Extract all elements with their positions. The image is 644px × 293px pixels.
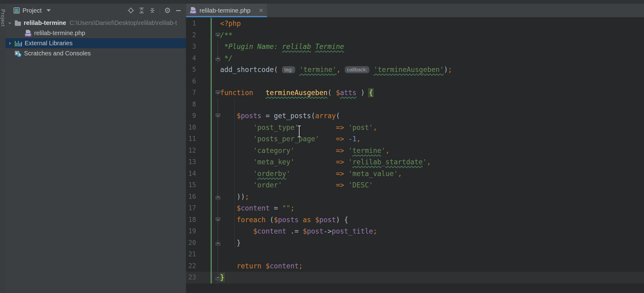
line-number[interactable]: 20: [186, 237, 196, 249]
code-text: 'category' => 'termine',: [220, 145, 389, 157]
line-number[interactable]: 3: [186, 41, 196, 53]
code-line[interactable]: 19 $content .= $post->post_title;: [186, 226, 644, 237]
line-number[interactable]: 16: [186, 191, 196, 203]
code-line[interactable]: 13 'meta_key' => 'relilab_startdate',: [186, 156, 644, 168]
mouse-cursor-ibeam-icon: [296, 125, 302, 139]
tree-item-ext-libs[interactable]: External Libraries: [6, 38, 186, 48]
code-line[interactable]: 11 'posts_per_page' => -1,: [186, 133, 644, 145]
code-text: return $content;: [220, 260, 303, 272]
code-line[interactable]: 17 $content = "";: [186, 203, 644, 214]
line-number[interactable]: 18: [186, 214, 196, 226]
fold-marker-start-icon[interactable]: [216, 114, 220, 118]
code-text: 'order' => 'DESC': [220, 179, 373, 191]
tool-stripe-project-button[interactable]: Project: [0, 9, 6, 43]
code-line[interactable]: 8: [186, 99, 644, 110]
code-line[interactable]: 15 'order' => 'DESC': [186, 179, 644, 191]
tree-item-label: relilab-termine.php: [34, 30, 85, 37]
line-number[interactable]: 2: [186, 30, 196, 41]
chevron-down-icon[interactable]: [8, 21, 12, 25]
code-line[interactable]: 2/**: [186, 30, 644, 41]
code-line[interactable]: 14 'orderby' => 'meta_value',: [186, 168, 644, 180]
fold-marker-end-icon[interactable]: [216, 195, 220, 199]
code-line[interactable]: 9 $posts = get_posts(array(: [186, 110, 644, 122]
code-line[interactable]: 10 'post_type' => 'post',: [186, 122, 644, 134]
chevron-down-icon[interactable]: [46, 9, 51, 12]
code-text: $content .= $post->post_title;: [220, 226, 377, 237]
library-icon: [15, 40, 22, 46]
fold-marker-start-icon[interactable]: [216, 33, 220, 38]
tree-item-file[interactable]: PHPrelilab-termine.php: [6, 28, 186, 38]
code-editor[interactable]: 1<?php2/**3 *Plugin Name: relilab Termin…: [186, 17, 644, 293]
fold-marker-end-icon[interactable]: [216, 275, 220, 280]
line-number[interactable]: 4: [186, 53, 196, 64]
code-line[interactable]: 22 return $content;: [186, 260, 644, 272]
toolbar-separator: [160, 7, 160, 14]
hide-panel-icon[interactable]: [175, 7, 182, 14]
line-number[interactable]: 15: [186, 179, 196, 191]
line-number[interactable]: 13: [186, 156, 196, 168]
editor-tab-bar: PHP relilab-termine.php ×: [186, 4, 644, 17]
tool-window-stripe: Project: [0, 4, 6, 293]
code-line[interactable]: 18 foreach ($posts as $post) {: [186, 214, 644, 226]
tree-item-root[interactable]: relilab-termineC:\Users\Daniel\Desktop\r…: [6, 18, 186, 28]
tree-item-label: External Libraries: [25, 40, 73, 47]
code-text: }: [220, 237, 241, 249]
project-panel-title[interactable]: Project: [22, 7, 42, 14]
expand-all-icon[interactable]: [138, 7, 145, 14]
gear-icon[interactable]: ⚙: [164, 7, 171, 14]
fold-marker-end-icon[interactable]: [216, 56, 220, 61]
ide-window: Project Project: [0, 0, 644, 293]
code-line[interactable]: 5add_shortcode( tag: 'termine', callback…: [186, 64, 644, 76]
fold-marker-start-icon[interactable]: [216, 218, 220, 223]
code-line[interactable]: 12 'category' => 'termine',: [186, 145, 644, 157]
code-text: function termineAusgeben( $atts ) {: [220, 87, 373, 99]
code-line[interactable]: 23}: [186, 272, 644, 283]
code-text: $posts = get_posts(array(: [220, 110, 340, 122]
chevron-right-icon[interactable]: [8, 41, 12, 46]
fold-marker-start-icon[interactable]: [216, 90, 220, 95]
code-line[interactable]: 6: [186, 76, 644, 87]
tab-label: relilab-termine.php: [199, 7, 251, 14]
tab-relilab-termine-php[interactable]: PHP relilab-termine.php ×: [186, 4, 267, 17]
code-line[interactable]: 4 */: [186, 53, 644, 64]
code-line[interactable]: 16 ));: [186, 191, 644, 203]
locate-file-icon[interactable]: [127, 7, 134, 14]
code-text: 'orderby' => 'meta_value',: [220, 168, 402, 180]
project-panel-toolbar: ⚙: [127, 7, 182, 14]
tree-item-scratches[interactable]: Scratches and Consoles: [6, 48, 186, 58]
code-line[interactable]: 3 *Plugin Name: relilab Termine: [186, 41, 644, 53]
line-number[interactable]: 1: [186, 18, 196, 30]
line-number[interactable]: 14: [186, 168, 196, 180]
code-line[interactable]: 1<?php: [186, 18, 644, 30]
code-line[interactable]: 7function termineAusgeben( $atts ) {: [186, 87, 644, 99]
code-text: add_shortcode( tag: 'termine', callback:…: [220, 64, 452, 76]
close-icon[interactable]: ×: [259, 7, 263, 14]
code-lines: 1<?php2/**3 *Plugin Name: relilab Termin…: [186, 18, 644, 283]
line-number[interactable]: 11: [186, 133, 196, 145]
code-line[interactable]: 21: [186, 249, 644, 260]
line-number[interactable]: 21: [186, 249, 196, 260]
fold-marker-end-icon[interactable]: [216, 241, 220, 246]
tree-item-label: Scratches and Consoles: [24, 50, 91, 57]
php-file-icon: PHP: [25, 30, 31, 37]
line-number[interactable]: 10: [186, 122, 196, 134]
line-number[interactable]: 5: [186, 64, 196, 76]
scratches-icon: [15, 50, 21, 57]
line-number[interactable]: 19: [186, 226, 196, 237]
line-number[interactable]: 7: [186, 87, 196, 99]
code-line[interactable]: 20 }: [186, 237, 644, 249]
code-text: foreach ($posts as $post) {: [220, 214, 348, 226]
line-number[interactable]: 17: [186, 203, 196, 214]
project-tool-window-icon: [14, 7, 20, 14]
line-number[interactable]: 23: [186, 272, 196, 283]
line-number[interactable]: 22: [186, 260, 196, 272]
line-number[interactable]: 12: [186, 145, 196, 157]
project-panel-header: Project: [6, 4, 186, 17]
code-text: $content = "";: [220, 203, 295, 214]
line-number[interactable]: 6: [186, 76, 196, 87]
line-number[interactable]: 8: [186, 99, 196, 110]
tree-item-label: relilab-termine: [24, 19, 66, 26]
collapse-all-icon[interactable]: [149, 7, 156, 14]
line-number[interactable]: 9: [186, 110, 196, 122]
project-tree: relilab-termineC:\Users\Daniel\Desktop\r…: [6, 18, 186, 58]
